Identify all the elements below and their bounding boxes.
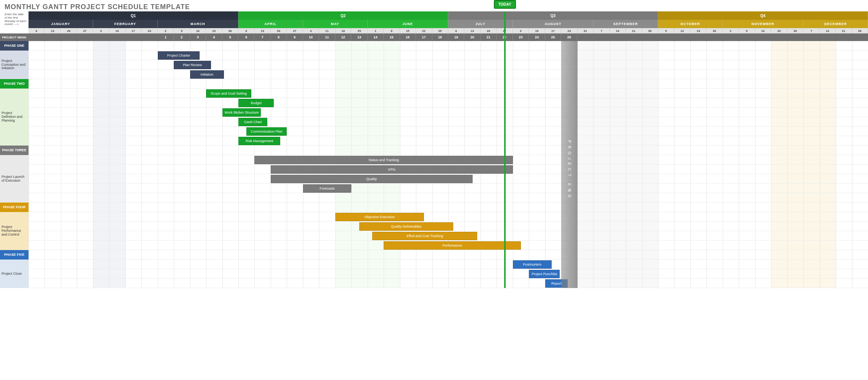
- week-date: 24: [561, 28, 577, 33]
- week-date: 7: [593, 28, 609, 33]
- project-week-num: 11: [319, 33, 335, 41]
- week-date: 27: [77, 28, 93, 33]
- project-week-num: 23: [513, 33, 529, 41]
- gantt-bar[interactable]: Plan Review: [174, 61, 211, 69]
- project-week-num: 26: [561, 33, 577, 41]
- project-week-num: 6: [238, 33, 254, 41]
- today-flag: TODAY: [494, 0, 516, 9]
- phase-header: PHASE THREE: [0, 146, 29, 155]
- week-date: 30: [222, 28, 238, 33]
- week-date: 9: [174, 28, 190, 33]
- week-date: 20: [61, 28, 77, 33]
- project-week-num: 18: [432, 33, 448, 41]
- week-date: 9: [739, 28, 755, 33]
- month-header: APRIL: [238, 20, 303, 28]
- week-date: 11: [319, 28, 335, 33]
- project-week-num: 16: [400, 33, 416, 41]
- week-date: 13: [44, 28, 60, 33]
- phase-desc: Project Conception and Initiation: [0, 51, 29, 79]
- month-header: SEPTEMBER: [593, 20, 658, 28]
- month-header: OCTOBER: [658, 20, 723, 28]
- gantt-bar[interactable]: Objective Execution: [335, 213, 424, 221]
- week-date: 3: [93, 28, 109, 33]
- gantt-bar[interactable]: Quality: [271, 175, 473, 183]
- project-week-num: 9: [287, 33, 303, 41]
- project-week-num: 13: [351, 33, 367, 41]
- month-header: JUNE: [368, 20, 448, 28]
- project-week-num: 4: [206, 33, 222, 41]
- gantt-bar[interactable]: Initiation: [190, 70, 224, 79]
- gantt-bar[interactable]: Project Punchlist: [529, 270, 560, 278]
- week-date: 12: [674, 28, 690, 33]
- project-week-num: 5: [222, 33, 238, 41]
- week-date: 13: [254, 28, 270, 33]
- week-date: 14: [820, 28, 836, 33]
- week-date: 15: [400, 28, 416, 33]
- gantt-bar[interactable]: Communication Plan: [246, 127, 287, 136]
- project-week-num: 12: [335, 33, 351, 41]
- project-week-label: PROJECT WEEK: [0, 33, 29, 41]
- week-date: 21: [836, 28, 852, 33]
- gantt-bar[interactable]: Risk Management: [238, 137, 280, 145]
- gantt-bar[interactable]: Scope and Goal Setting: [206, 89, 251, 98]
- week-date: 27: [287, 28, 303, 33]
- project-week-num: 2: [174, 33, 190, 41]
- gantt-bar[interactable]: Status and Tracking: [254, 156, 513, 164]
- week-date: 26: [706, 28, 722, 33]
- week-date: 2: [723, 28, 739, 33]
- week-date: 8: [384, 28, 400, 33]
- phase-desc: Project Performance and Control: [0, 212, 29, 250]
- week-date: 10: [529, 28, 545, 33]
- gantt-bar[interactable]: Forecasts: [303, 184, 351, 193]
- month-header: NOVEMBER: [723, 20, 803, 28]
- gantt-bar[interactable]: Budget: [238, 99, 274, 107]
- week-date: 2: [158, 28, 174, 33]
- project-week-num: 20: [464, 33, 480, 41]
- gantt-bar[interactable]: KPIs: [271, 165, 513, 174]
- today-marker: [504, 11, 506, 288]
- phase-header: PHASE FIVE: [0, 250, 29, 260]
- week-date: 24: [141, 28, 157, 33]
- gantt-bar[interactable]: Quality Deliverables: [359, 222, 453, 231]
- week-date: 29: [432, 28, 448, 33]
- week-date: 20: [481, 28, 497, 33]
- gantt-bar[interactable]: Postmortem: [513, 260, 552, 269]
- project-end-marker: PROJECT END: [561, 41, 577, 288]
- week-date: 21: [626, 28, 642, 33]
- project-week-num: 14: [368, 33, 384, 41]
- week-date: 22: [416, 28, 432, 33]
- month-header: FEBRUARY: [93, 20, 158, 28]
- phase-header: PHASE FOUR: [0, 203, 29, 212]
- gantt-bar[interactable]: Performance: [384, 241, 521, 250]
- gantt-bar[interactable]: Project Charter: [158, 51, 200, 60]
- project-week-num: 15: [384, 33, 400, 41]
- gantt-bar[interactable]: Effort and Cost Tracking: [372, 232, 477, 240]
- week-date: 16: [190, 28, 206, 33]
- gantt-bar[interactable]: Gantt Chart: [238, 118, 267, 126]
- week-date: 23: [206, 28, 222, 33]
- quarter-header: Q1: [29, 11, 238, 20]
- week-date: 31: [578, 28, 593, 33]
- project-week-num: 24: [529, 33, 545, 41]
- week-date: 18: [335, 28, 351, 33]
- phase-header: PHASE TWO: [0, 79, 29, 89]
- week-date: 7: [803, 28, 819, 33]
- quarter-header: Q3: [448, 11, 658, 20]
- project-week-num: 19: [448, 33, 464, 41]
- project-week-num: 8: [271, 33, 287, 41]
- week-date: 17: [545, 28, 561, 33]
- week-date: 28: [852, 28, 868, 33]
- phase-header: PHASE ONE: [0, 41, 29, 51]
- phase-desc: Project Close: [0, 260, 29, 288]
- project-week-num: 17: [416, 33, 432, 41]
- week-date: 20: [271, 28, 287, 33]
- week-date: 14: [610, 28, 626, 33]
- week-date: 28: [642, 28, 658, 33]
- week-date: 6: [29, 28, 44, 33]
- week-date: 10: [109, 28, 125, 33]
- quarter-header: Q4: [658, 11, 868, 20]
- week-date: 6: [238, 28, 254, 33]
- project-week-num: 10: [303, 33, 319, 41]
- gantt-bar[interactable]: Work Bkdwn Structure: [222, 108, 261, 117]
- month-header: DECEMBER: [803, 20, 868, 28]
